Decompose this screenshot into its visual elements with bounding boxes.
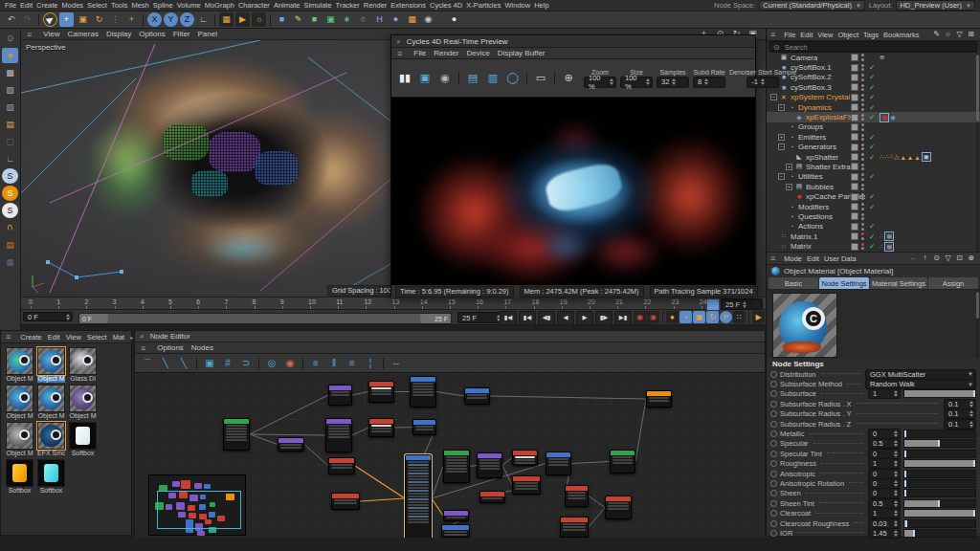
layer-checkbox[interactable] <box>851 54 858 61</box>
layer-checkbox[interactable] <box>851 193 858 201</box>
object-search-input[interactable] <box>783 42 973 53</box>
material-preview-image[interactable]: C <box>772 293 837 358</box>
param-slider[interactable] <box>903 470 976 478</box>
animate-dot-icon[interactable] <box>770 430 777 437</box>
menu-item-extensions[interactable]: Extensions <box>390 1 426 10</box>
spinner-icon[interactable] <box>894 440 898 447</box>
save-image-icon[interactable]: ▤ <box>464 70 481 87</box>
visibility-dots[interactable] <box>861 203 864 210</box>
close-icon[interactable]: × <box>396 37 401 46</box>
visibility-dots[interactable] <box>861 153 864 161</box>
tab-material-settings[interactable]: Material Settings <box>870 277 927 289</box>
simulate-tag-icon[interactable]: ○ <box>356 12 370 27</box>
key-rotation-icon[interactable]: ↻ <box>706 311 719 323</box>
param-slider[interactable] <box>903 389 976 398</box>
param-number-field[interactable]: 0.5 <box>868 438 901 449</box>
tree-row-cysoftbox-1[interactable]: ■cySoftBox.1✓ <box>767 62 980 72</box>
animate-dot-icon[interactable] <box>770 401 777 408</box>
param-number-field[interactable]: 1 <box>868 508 901 518</box>
node-header[interactable] <box>647 391 671 396</box>
render-settings-icon[interactable]: ☼ <box>252 12 266 27</box>
scale-tool-icon[interactable]: ▣ <box>76 12 90 27</box>
pause-render-icon[interactable]: ▮▮ <box>396 70 413 87</box>
node-header[interactable] <box>546 452 570 457</box>
tree-row-emitters[interactable]: +◔Emitters✓ <box>767 132 980 142</box>
menu-item-cameras[interactable]: Cameras <box>67 30 98 38</box>
animate-dot-icon[interactable] <box>770 510 777 517</box>
material-item[interactable]: Object M <box>68 385 98 420</box>
layers-icon[interactable]: ▤ <box>2 237 18 253</box>
align-vertical-icon[interactable]: ‖ <box>326 356 342 370</box>
param-slider[interactable] <box>903 479 976 488</box>
key-scale-icon[interactable]: ▣ <box>693 311 705 323</box>
param-slider[interactable] <box>903 459 976 468</box>
undo-icon[interactable]: ↶ <box>4 12 18 27</box>
tree-row-xpcache-particles[interactable]: ■xpCache Particles✓ <box>767 191 980 201</box>
menu-item-modes[interactable]: Modes <box>62 1 84 10</box>
menu-item-edit[interactable]: Edit <box>20 1 33 10</box>
graph-node-purple[interactable] <box>477 452 502 478</box>
graph-node-blue[interactable] <box>410 376 436 408</box>
timeline-end-frame[interactable]: 25 F <box>721 298 763 310</box>
layer-checkbox[interactable] <box>851 183 858 190</box>
expander-icon[interactable]: + <box>778 134 785 141</box>
animate-dot-icon[interactable] <box>770 460 777 467</box>
spinner-icon[interactable] <box>894 500 898 507</box>
expander-icon[interactable]: + <box>786 184 792 190</box>
node-header[interactable] <box>369 382 393 386</box>
spinner-icon[interactable] <box>894 510 898 517</box>
move-tool-icon[interactable]: + <box>59 12 74 27</box>
mograph-cloner-icon[interactable]: ■ <box>307 12 322 27</box>
coord-system-icon[interactable]: ∟ <box>196 12 211 27</box>
tree-row-matrix-1[interactable]: ∷Matrix.1✓∴▦ <box>767 231 980 241</box>
field-input-denoiser-start-sample[interactable]: -1 <box>746 77 779 88</box>
material-item[interactable]: Object M <box>36 347 66 383</box>
param-slider[interactable] <box>903 499 976 508</box>
object-search-box[interactable]: ⊙ <box>769 41 977 53</box>
animate-dot-icon[interactable] <box>770 451 777 457</box>
menu-item-render[interactable]: Render <box>434 49 458 57</box>
curve-wires-icon[interactable]: ⌒ <box>140 356 155 370</box>
graph-node-orange[interactable] <box>646 390 672 408</box>
number-box[interactable]: 0 <box>868 478 901 489</box>
tab-basic[interactable]: Basic <box>768 277 818 289</box>
number-box[interactable]: 0.5 <box>868 498 901 509</box>
menu-item-options[interactable]: Options <box>157 343 184 352</box>
material-thumbnail[interactable] <box>6 385 33 412</box>
rotate-tool-icon[interactable]: ↻ <box>92 12 106 27</box>
prev-key-icon[interactable]: ◀▮ <box>538 311 555 325</box>
expander-icon[interactable]: − <box>778 143 785 150</box>
material-item[interactable]: Glass Di <box>68 347 98 383</box>
tree-row-xpshatter[interactable]: ◣xpShatter✓∴∴∴△▲▲▲▣ <box>767 152 980 162</box>
enabled-check-icon[interactable]: ✓ <box>869 203 875 211</box>
attr-scrollbar[interactable] <box>976 290 979 359</box>
key-position-icon[interactable]: + <box>679 311 692 323</box>
node-navigator-minimap[interactable] <box>148 474 246 536</box>
animate-dot-icon[interactable] <box>770 480 777 487</box>
param-number-field[interactable]: 0 <box>868 449 901 459</box>
menu-item-animate[interactable]: Animate <box>274 1 301 10</box>
node-header[interactable] <box>332 494 359 498</box>
angled-wires-icon[interactable]: ╲ <box>176 356 191 370</box>
material-item[interactable]: Object M <box>36 385 66 420</box>
visibility-dots[interactable] <box>861 114 864 121</box>
mograph-fracture-icon[interactable]: ∗ <box>340 12 354 27</box>
number-box[interactable]: 0 <box>868 429 901 439</box>
tree-row-matrix[interactable]: ∷Matrix✓∴▦ <box>767 241 980 251</box>
hamburger-icon[interactable]: ≡ <box>6 332 11 342</box>
add-panel-icon[interactable]: ⊞ <box>966 30 976 40</box>
spinner-icon[interactable] <box>743 301 746 308</box>
layer-checkbox[interactable] <box>851 203 858 210</box>
select-box[interactable]: GGX MultiScatter▼ <box>865 369 976 380</box>
axis-z-icon[interactable]: Z <box>180 12 194 27</box>
tab-node-settings[interactable]: Node Settings <box>819 277 869 289</box>
material-thumbnail[interactable] <box>69 347 97 375</box>
visibility-dots[interactable] <box>861 173 864 181</box>
node-header[interactable] <box>561 518 588 522</box>
spinner-icon[interactable] <box>969 410 973 417</box>
menu-item-select[interactable]: Select <box>87 1 107 10</box>
number-box[interactable]: 0 <box>868 469 901 479</box>
layer-checkbox[interactable] <box>851 94 858 101</box>
polygons-mode-icon[interactable]: ▢ <box>2 134 18 149</box>
material-item[interactable]: EFX Smo <box>36 422 66 457</box>
